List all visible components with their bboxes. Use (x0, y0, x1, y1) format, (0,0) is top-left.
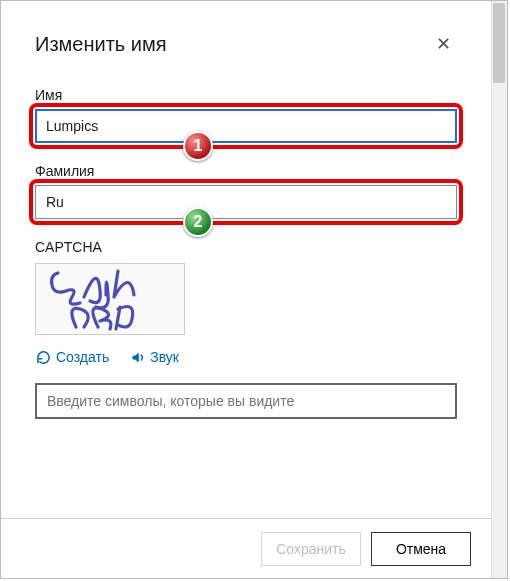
scrollbar-track[interactable] (491, 1, 507, 578)
dialog-footer: Сохранить Отмена (1, 518, 491, 578)
scrollbar-thumb[interactable] (493, 3, 505, 83)
last-name-label: Фамилия (35, 163, 457, 179)
captcha-new-label: Создать (56, 349, 109, 365)
captcha-audio-link[interactable]: Звук (129, 349, 179, 365)
captcha-input[interactable] (35, 383, 457, 419)
save-button[interactable]: Сохранить (261, 532, 361, 566)
cancel-button[interactable]: Отмена (371, 532, 471, 566)
captcha-image (35, 263, 185, 335)
captcha-new-link[interactable]: Создать (35, 349, 109, 365)
refresh-icon (35, 349, 51, 365)
captcha-label: CAPTCHA (35, 239, 457, 255)
sound-icon (129, 349, 145, 365)
first-name-input[interactable] (35, 109, 457, 143)
first-name-label: Имя (35, 87, 457, 103)
last-name-input[interactable] (35, 185, 457, 219)
captcha-audio-label: Звук (150, 349, 179, 365)
close-icon[interactable]: ✕ (430, 29, 457, 59)
dialog-title: Изменить имя (35, 33, 167, 56)
